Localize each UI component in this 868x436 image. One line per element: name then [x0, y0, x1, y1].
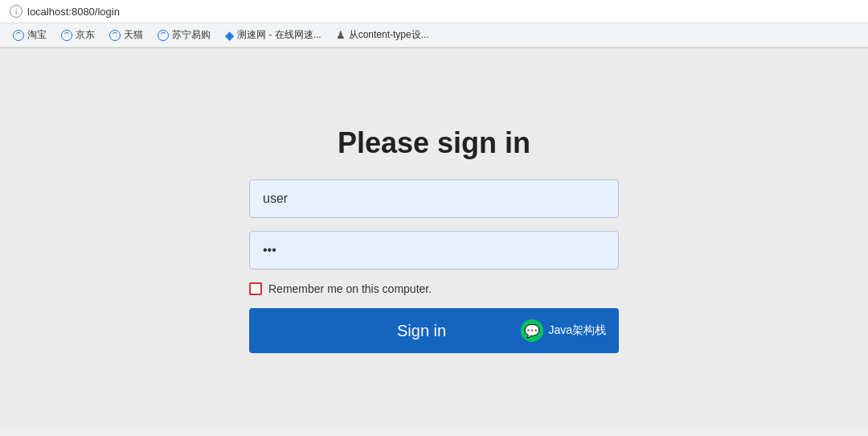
page-content: Please sign in Remember me on this compu…: [0, 48, 868, 431]
bookmark-jd[interactable]: 京东: [56, 27, 100, 43]
remember-label: Remember me on this computer.: [268, 282, 432, 295]
wechat-badge: 💬 Java架构栈: [521, 319, 606, 342]
bookmark-suning[interactable]: 苏宁易购: [153, 27, 215, 43]
globe-icon: [158, 30, 169, 41]
bookmark-content-type[interactable]: ♟ 从content-type设...: [331, 27, 434, 43]
password-input[interactable]: [249, 231, 619, 269]
wechat-icon: 💬: [521, 319, 543, 342]
bookmark-tianmao[interactable]: 天猫: [104, 27, 148, 43]
user-icon: ♟: [336, 29, 346, 41]
bookmark-label: 淘宝: [27, 28, 47, 42]
browser-chrome: i localhost:8080/login 淘宝 京东 天猫 苏宁易购 ◈ 测…: [0, 0, 868, 48]
bookmarks-bar: 淘宝 京东 天猫 苏宁易购 ◈ 测速网 - 在线网速... ♟ 从content…: [0, 23, 868, 47]
remember-checkbox[interactable]: [249, 282, 262, 295]
bookmark-label: 京东: [76, 28, 95, 42]
address-bar: i localhost:8080/login: [0, 0, 868, 23]
speedtest-icon: ◈: [225, 29, 234, 42]
bookmark-label: 天猫: [124, 28, 143, 42]
globe-icon: [109, 30, 121, 41]
login-title: Please sign in: [338, 126, 530, 160]
globe-icon: [61, 30, 72, 41]
login-container: Please sign in Remember me on this compu…: [249, 126, 619, 353]
bookmark-label: 苏宁易购: [172, 28, 211, 42]
info-icon: i: [10, 5, 23, 18]
bookmark-speedtest[interactable]: ◈ 测速网 - 在线网速...: [220, 27, 326, 43]
bookmark-label: 测速网 - 在线网速...: [237, 28, 321, 42]
globe-icon: [13, 30, 24, 41]
wechat-label: Java架构栈: [548, 323, 606, 338]
sign-in-label: Sign in: [397, 322, 446, 340]
remember-row: Remember me on this computer.: [249, 282, 619, 295]
bookmark-taobao[interactable]: 淘宝: [8, 27, 51, 43]
username-input[interactable]: [249, 179, 619, 218]
sign-in-button[interactable]: Sign in 💬 Java架构栈: [249, 308, 619, 353]
bookmark-label: 从content-type设...: [349, 28, 429, 42]
url-text[interactable]: localhost:8080/login: [27, 6, 120, 18]
